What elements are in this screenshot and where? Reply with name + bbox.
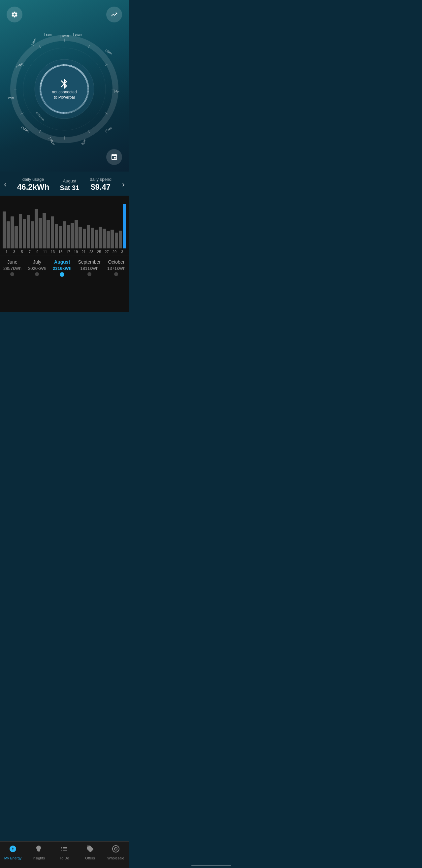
month-dot (10, 272, 14, 276)
bar-column[interactable] (10, 199, 14, 248)
bar-column[interactable] (123, 199, 126, 248)
date-label-item: 9 (34, 250, 41, 254)
bar-column[interactable] (111, 199, 114, 248)
spacer (0, 282, 129, 312)
chart-view-button[interactable] (106, 7, 122, 23)
bar (70, 223, 74, 248)
month-label: August (60, 179, 79, 183)
date-label-item: 5 (18, 250, 26, 254)
month-kwh: 2316kWh (53, 266, 71, 271)
bar (59, 226, 62, 249)
month-kwh: 1811kWh (80, 266, 98, 271)
gear-icon (11, 11, 18, 18)
bar (95, 229, 98, 248)
svg-text:| 8am: | 8am (44, 33, 52, 36)
bar (83, 229, 86, 248)
bar-column[interactable] (39, 199, 42, 248)
bar (51, 216, 54, 249)
bar-chart-section: 13579111315171921232527293 (0, 196, 129, 255)
bar-column[interactable] (87, 199, 90, 248)
bar (107, 231, 110, 249)
month-item[interactable]: October1371kWh (107, 259, 125, 276)
date-label-item: 29 (111, 250, 118, 254)
bar (79, 227, 82, 248)
date-label-item: 7 (26, 250, 33, 254)
bar (123, 204, 126, 248)
date-label-item: 15 (57, 250, 64, 254)
bar-column[interactable] (95, 199, 98, 248)
month-name: October (108, 259, 125, 265)
bar-column[interactable] (59, 199, 62, 248)
month-name: July (33, 259, 41, 265)
month-item[interactable]: August2316kWh (53, 259, 71, 277)
date-label-item: 3 (118, 250, 126, 254)
bar-column[interactable] (91, 199, 94, 248)
bar-column[interactable] (7, 199, 10, 248)
bar-column[interactable] (74, 199, 78, 248)
bar (74, 220, 78, 248)
bar-column[interactable] (31, 199, 34, 248)
svg-text:| 2pm: | 2pm (104, 49, 113, 55)
svg-text:| 12pm: | 12pm (60, 34, 69, 38)
bar-column[interactable] (63, 199, 66, 248)
bar (7, 221, 10, 249)
month-item[interactable]: September1811kWh (78, 259, 100, 276)
svg-text:| 10am: | 10am (73, 33, 82, 36)
bar (31, 221, 34, 249)
bar-column[interactable] (3, 199, 6, 248)
bar-column[interactable] (47, 199, 50, 248)
bar (47, 220, 50, 248)
month-item[interactable]: June2857kWh (3, 259, 22, 276)
bar-column[interactable] (79, 199, 82, 248)
bar-column[interactable] (83, 199, 86, 248)
bar-column[interactable] (99, 199, 102, 248)
usage-stat: daily usage 46.2kWh (17, 177, 49, 192)
bar-column[interactable] (14, 199, 18, 248)
bar (27, 215, 30, 248)
bar (3, 212, 6, 249)
bar-column[interactable] (19, 199, 22, 248)
bar-column[interactable] (119, 199, 122, 248)
calendar-button[interactable] (106, 149, 122, 165)
date-stat: August Sat 31 (60, 179, 79, 192)
bar-column[interactable] (42, 199, 46, 248)
bar-column[interactable] (23, 199, 26, 248)
bar-column[interactable] (27, 199, 30, 248)
daily-stats: daily usage 46.2kWh August Sat 31 daily … (10, 177, 118, 192)
next-day-button[interactable]: › (118, 180, 129, 189)
prev-day-button[interactable]: ‹ (0, 180, 10, 189)
bar-column[interactable] (67, 199, 70, 248)
bar (39, 218, 42, 248)
usage-value: 46.2kWh (17, 182, 49, 192)
bar-column[interactable] (107, 199, 110, 248)
bar-column[interactable] (70, 199, 74, 248)
connection-text-line2: to Powerpal (54, 95, 74, 100)
bar (42, 213, 46, 248)
month-dot (60, 272, 64, 277)
bar-column[interactable] (35, 199, 38, 248)
bar (35, 209, 38, 248)
date-label-item: 23 (87, 250, 95, 254)
bar (91, 228, 94, 248)
radial-chart-section: | 12pm | 2pm | 4pm | 6pm | 8pm | 10pm | … (0, 0, 129, 172)
bar (19, 214, 22, 248)
bar-column[interactable] (115, 199, 118, 248)
date-value: Sat 31 (60, 184, 79, 192)
date-label-item: 11 (41, 250, 49, 254)
month-kwh: 1371kWh (107, 266, 125, 271)
bar (87, 225, 90, 248)
bar (111, 229, 114, 248)
month-item[interactable]: July3020kWh (28, 259, 46, 276)
month-dot (114, 272, 118, 276)
bar (55, 224, 58, 248)
bar-column[interactable] (102, 199, 106, 248)
bar (10, 216, 14, 249)
settings-button[interactable] (7, 7, 23, 23)
svg-text:| 6pm: | 6pm (104, 126, 112, 133)
bar-column[interactable] (51, 199, 54, 248)
month-name: June (7, 259, 17, 265)
bar-column[interactable] (55, 199, 58, 248)
svg-text:Off-peak: Off-peak (35, 111, 46, 122)
bar (99, 227, 102, 248)
calendar-icon (111, 153, 118, 161)
